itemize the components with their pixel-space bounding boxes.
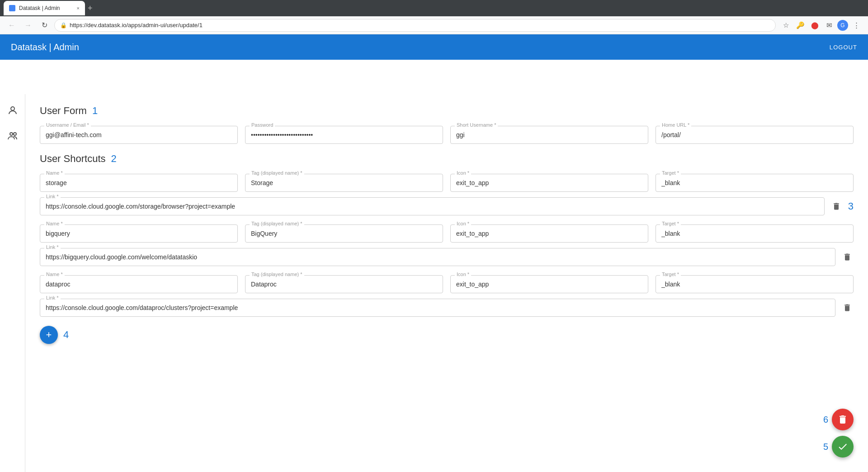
star-btn[interactable]: ☆ [779, 19, 792, 32]
shortcut-3-name-label: Name * [44, 272, 65, 277]
shortcut-2-icon-input[interactable] [450, 224, 648, 243]
app-title: Datatask | Admin [11, 42, 830, 52]
shortcut-2-name-input[interactable] [40, 224, 238, 243]
user-form-title: User Form [40, 105, 87, 117]
password-label: Password [250, 122, 275, 128]
username-input[interactable] [40, 126, 238, 144]
active-tab[interactable]: Datatask | Admin × [4, 1, 85, 15]
svg-point-1 [10, 133, 13, 135]
shortcuts-header: User Shortcuts 2 [40, 153, 854, 165]
shortcut-3-icon-field: Icon * [450, 275, 648, 293]
forward-btn[interactable]: → [22, 19, 34, 32]
ext-red-btn[interactable]: ⬤ [808, 19, 821, 32]
sidebar-icon-user[interactable] [4, 101, 22, 119]
refresh-btn[interactable]: ↻ [38, 19, 51, 32]
add-row: + 4 [40, 326, 854, 344]
shortcut-3-link-row: Link * [40, 299, 854, 317]
shortcut-3-icon-label: Icon * [455, 272, 471, 277]
username-field: Username / Email * [40, 126, 238, 144]
shortcut-1-link-field: Link * [40, 197, 825, 215]
shortcut-1-number: 3 [848, 200, 854, 212]
main-content: User Form 1 Username / Email * Password … [25, 94, 868, 472]
back-btn[interactable]: ← [5, 19, 18, 32]
svg-point-2 [14, 133, 16, 135]
new-tab-btn[interactable]: + [85, 4, 95, 13]
shortcut-2-delete-btn[interactable] [841, 251, 854, 263]
fab-delete-wrapper: 6 [823, 409, 854, 430]
shortcut-row-3: Name * Tag (displayed name) * Icon * Tar… [40, 275, 854, 293]
shortcut-3-link-input[interactable] [40, 299, 835, 317]
tab-close-btn[interactable]: × [77, 5, 80, 11]
lock-icon: 🔒 [60, 22, 67, 29]
add-shortcut-btn[interactable]: + [40, 326, 58, 344]
shortcuts-number: 2 [111, 153, 117, 165]
shortcut-3-target-input[interactable] [656, 275, 854, 293]
shortcut-1-target-field: Target * [656, 174, 854, 192]
shortcut-1-target-label: Target * [660, 170, 681, 176]
shortcut-3-icon-input[interactable] [450, 275, 648, 293]
profile-avatar[interactable]: G [837, 20, 848, 31]
shortcut-2-tag-label: Tag (displayed name) * [250, 221, 304, 226]
shortcut-3-tag-input[interactable] [245, 275, 443, 293]
svg-point-0 [11, 107, 14, 110]
menu-btn[interactable]: ⋮ [850, 19, 863, 32]
tab-title: Datatask | Admin [19, 5, 60, 11]
home-url-field: Home URL * [656, 126, 854, 144]
logout-btn[interactable]: LOGOUT [830, 44, 857, 51]
app-header: Datatask | Admin LOGOUT [0, 34, 868, 60]
shortcut-2-name-label: Name * [44, 221, 65, 226]
ext-mail-btn[interactable]: ✉ [823, 19, 835, 32]
app-header-wrapper: Datatask | Admin LOGOUT [0, 34, 868, 60]
fab-container: 6 5 [823, 409, 854, 458]
shortcut-3-name-field: Name * [40, 275, 238, 293]
shortcut-1-delete-btn[interactable] [830, 200, 843, 213]
shortcut-2-icon-field: Icon * [450, 224, 648, 243]
shortcut-3-target-label: Target * [660, 272, 681, 277]
shortcut-3-link-label: Link * [44, 295, 61, 300]
shortcut-1-icon-field: Icon * [450, 174, 648, 192]
shortcut-1-link-input[interactable] [40, 197, 825, 215]
ext-key-btn[interactable]: 🔑 [794, 19, 807, 32]
fab-delete-number: 6 [823, 415, 828, 425]
shortcut-block-3: Name * Tag (displayed name) * Icon * Tar… [40, 275, 854, 317]
shortcuts-title: User Shortcuts [40, 153, 106, 165]
shortcut-1-target-input[interactable] [656, 174, 854, 192]
fab-save-btn[interactable] [832, 436, 854, 458]
password-input[interactable] [245, 126, 443, 144]
shortcut-2-link-label: Link * [44, 244, 61, 250]
shortcut-2-tag-input[interactable] [245, 224, 443, 243]
shortcut-1-tag-input[interactable] [245, 174, 443, 192]
short-username-input[interactable] [450, 126, 648, 144]
home-url-input[interactable] [656, 126, 854, 144]
shortcut-2-tag-field: Tag (displayed name) * [245, 224, 443, 243]
sidebar [0, 94, 25, 472]
shortcut-1-icon-label: Icon * [455, 170, 471, 176]
shortcut-row-2: Name * Tag (displayed name) * Icon * Tar… [40, 224, 854, 243]
user-form-header: User Form 1 [40, 105, 854, 117]
fab-save-wrapper: 5 [823, 436, 854, 458]
shortcut-1-name-input[interactable] [40, 174, 238, 192]
shortcut-1-link-label: Link * [44, 194, 61, 199]
shortcut-1-tag-field: Tag (displayed name) * [245, 174, 443, 192]
shortcut-3-link-field: Link * [40, 299, 835, 317]
user-form-number: 1 [92, 105, 98, 117]
shortcut-2-target-label: Target * [660, 221, 681, 226]
fab-delete-btn[interactable] [832, 409, 854, 430]
address-bar[interactable]: 🔒 https://dev.datatask.io/apps/admin-ui/… [54, 19, 776, 32]
shortcut-3-delete-btn[interactable] [841, 301, 854, 314]
shortcut-2-target-field: Target * [656, 224, 854, 243]
short-username-label: Short Username * [455, 122, 498, 128]
shortcut-3-name-input[interactable] [40, 275, 238, 293]
shortcut-2-target-input[interactable] [656, 224, 854, 243]
shortcut-1-icon-input[interactable] [450, 174, 648, 192]
shortcut-2-link-input[interactable] [40, 248, 835, 266]
username-label: Username / Email * [44, 122, 91, 128]
shortcut-row-1: Name * Tag (displayed name) * Icon * Tar… [40, 174, 854, 192]
address-text: https://dev.datatask.io/apps/admin-ui/us… [70, 22, 770, 29]
sidebar-icon-users[interactable] [4, 127, 22, 145]
shortcut-block-2: Name * Tag (displayed name) * Icon * Tar… [40, 224, 854, 266]
shortcut-3-target-field: Target * [656, 275, 854, 293]
shortcut-2-icon-label: Icon * [455, 221, 471, 226]
app-body: User Form 1 Username / Email * Password … [0, 94, 868, 472]
shortcut-block-1: Name * Tag (displayed name) * Icon * Tar… [40, 174, 854, 215]
